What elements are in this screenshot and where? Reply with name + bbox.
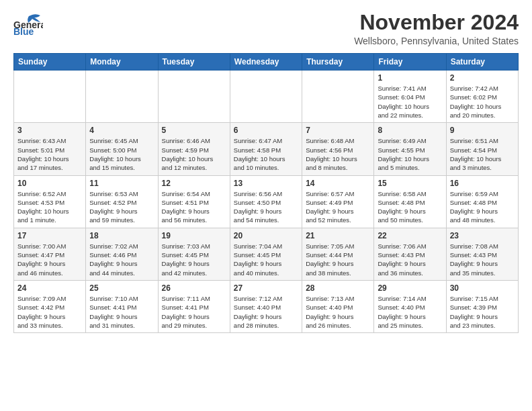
day-number: 10 — [17, 179, 82, 188]
calendar-cell: 17Sunrise: 7:00 AMSunset: 4:47 PMDayligh… — [14, 228, 86, 280]
logo-svg: GeneralBlue — [13, 13, 43, 35]
weekday-header-thursday: Thursday — [302, 54, 374, 71]
calendar-cell: 27Sunrise: 7:12 AMSunset: 4:40 PMDayligh… — [230, 280, 302, 332]
day-number: 17 — [17, 231, 82, 240]
weekday-header-friday: Friday — [374, 54, 446, 71]
day-number: 28 — [306, 283, 370, 293]
day-number: 20 — [234, 231, 298, 240]
day-info: Sunrise: 6:43 AMSunset: 5:01 PMDaylight:… — [17, 136, 82, 172]
day-number: 22 — [378, 231, 442, 240]
calendar-cell: 24Sunrise: 7:09 AMSunset: 4:42 PMDayligh… — [14, 280, 86, 332]
weekday-header-saturday: Saturday — [446, 54, 518, 71]
day-info: Sunrise: 7:08 AMSunset: 4:43 PMDaylight:… — [450, 242, 515, 277]
day-number: 29 — [378, 283, 442, 293]
calendar-cell: 23Sunrise: 7:08 AMSunset: 4:43 PMDayligh… — [446, 228, 518, 280]
day-info: Sunrise: 6:53 AMSunset: 4:52 PMDaylight:… — [89, 189, 154, 225]
day-info: Sunrise: 6:51 AMSunset: 4:54 PMDaylight:… — [450, 136, 515, 172]
weekday-header-sunday: Sunday — [14, 54, 86, 71]
page: GeneralBlue November 2024 Wellsboro, Pen… — [0, 0, 532, 344]
location: Wellsboro, Pennsylvania, United States — [354, 36, 519, 46]
day-number: 15 — [378, 179, 442, 188]
day-number: 4 — [89, 126, 154, 135]
svg-text:Blue: Blue — [13, 26, 34, 35]
day-info: Sunrise: 6:58 AMSunset: 4:48 PMDaylight:… — [378, 189, 442, 225]
calendar-cell: 16Sunrise: 6:59 AMSunset: 4:48 PMDayligh… — [446, 175, 518, 228]
day-number: 21 — [306, 231, 370, 240]
day-number: 16 — [450, 179, 515, 188]
day-number: 23 — [450, 231, 515, 240]
logo: GeneralBlue — [13, 13, 43, 35]
header: GeneralBlue November 2024 Wellsboro, Pen… — [13, 11, 519, 46]
week-row-4: 24Sunrise: 7:09 AMSunset: 4:42 PMDayligh… — [14, 280, 519, 332]
day-number: 12 — [162, 179, 226, 188]
calendar-cell: 29Sunrise: 7:14 AMSunset: 4:40 PMDayligh… — [374, 280, 446, 332]
day-number: 24 — [17, 283, 82, 293]
day-number: 13 — [234, 179, 298, 188]
calendar-cell: 12Sunrise: 6:54 AMSunset: 4:51 PMDayligh… — [158, 175, 230, 228]
calendar-cell: 2Sunrise: 7:42 AMSunset: 6:02 PMDaylight… — [446, 71, 518, 123]
day-info: Sunrise: 6:59 AMSunset: 4:48 PMDaylight:… — [450, 189, 515, 225]
day-number: 30 — [450, 283, 515, 293]
day-number: 2 — [450, 73, 515, 83]
day-info: Sunrise: 7:41 AMSunset: 6:04 PMDaylight:… — [378, 84, 442, 120]
day-number: 6 — [234, 126, 298, 135]
day-number: 19 — [162, 231, 226, 240]
day-info: Sunrise: 6:54 AMSunset: 4:51 PMDaylight:… — [162, 189, 226, 225]
day-info: Sunrise: 7:00 AMSunset: 4:47 PMDaylight:… — [17, 242, 82, 277]
day-number: 14 — [306, 179, 370, 188]
calendar-cell: 6Sunrise: 6:47 AMSunset: 4:58 PMDaylight… — [230, 123, 302, 175]
day-info: Sunrise: 7:12 AMSunset: 4:40 PMDaylight:… — [234, 294, 298, 330]
day-number: 3 — [17, 126, 82, 135]
calendar-cell: 15Sunrise: 6:58 AMSunset: 4:48 PMDayligh… — [374, 175, 446, 228]
day-number: 1 — [378, 73, 442, 83]
calendar-cell: 7Sunrise: 6:48 AMSunset: 4:56 PMDaylight… — [302, 123, 374, 175]
week-row-2: 10Sunrise: 6:52 AMSunset: 4:53 PMDayligh… — [14, 175, 519, 228]
calendar-cell: 22Sunrise: 7:06 AMSunset: 4:43 PMDayligh… — [374, 228, 446, 280]
calendar-cell: 1Sunrise: 7:41 AMSunset: 6:04 PMDaylight… — [374, 71, 446, 123]
week-row-3: 17Sunrise: 7:00 AMSunset: 4:47 PMDayligh… — [14, 228, 519, 280]
day-info: Sunrise: 6:57 AMSunset: 4:49 PMDaylight:… — [306, 189, 370, 225]
weekday-header-wednesday: Wednesday — [230, 54, 302, 71]
day-info: Sunrise: 7:11 AMSunset: 4:41 PMDaylight:… — [162, 294, 226, 330]
day-number: 18 — [89, 231, 154, 240]
day-info: Sunrise: 6:56 AMSunset: 4:50 PMDaylight:… — [234, 189, 298, 225]
calendar-cell: 5Sunrise: 6:46 AMSunset: 4:59 PMDaylight… — [158, 123, 230, 175]
day-info: Sunrise: 7:02 AMSunset: 4:46 PMDaylight:… — [89, 242, 154, 277]
day-number: 8 — [378, 126, 442, 135]
week-row-1: 3Sunrise: 6:43 AMSunset: 5:01 PMDaylight… — [14, 123, 519, 175]
calendar-cell: 14Sunrise: 6:57 AMSunset: 4:49 PMDayligh… — [302, 175, 374, 228]
day-number: 27 — [234, 283, 298, 293]
calendar-cell: 30Sunrise: 7:15 AMSunset: 4:39 PMDayligh… — [446, 280, 518, 332]
title-block: November 2024 Wellsboro, Pennsylvania, U… — [354, 11, 519, 46]
day-info: Sunrise: 6:49 AMSunset: 4:55 PMDaylight:… — [378, 136, 442, 172]
calendar-cell — [14, 71, 86, 123]
calendar-cell: 4Sunrise: 6:45 AMSunset: 5:00 PMDaylight… — [86, 123, 158, 175]
calendar-cell: 20Sunrise: 7:04 AMSunset: 4:45 PMDayligh… — [230, 228, 302, 280]
day-info: Sunrise: 6:52 AMSunset: 4:53 PMDaylight:… — [17, 189, 82, 225]
calendar-table: SundayMondayTuesdayWednesdayThursdayFrid… — [13, 53, 519, 333]
calendar-cell: 18Sunrise: 7:02 AMSunset: 4:46 PMDayligh… — [86, 228, 158, 280]
day-info: Sunrise: 7:13 AMSunset: 4:40 PMDaylight:… — [306, 294, 370, 330]
day-info: Sunrise: 6:48 AMSunset: 4:56 PMDaylight:… — [306, 136, 370, 172]
calendar-cell — [158, 71, 230, 123]
day-info: Sunrise: 7:15 AMSunset: 4:39 PMDaylight:… — [450, 294, 515, 330]
day-number: 11 — [89, 179, 154, 188]
calendar-cell — [86, 71, 158, 123]
day-info: Sunrise: 7:04 AMSunset: 4:45 PMDaylight:… — [234, 242, 298, 277]
day-info: Sunrise: 7:05 AMSunset: 4:44 PMDaylight:… — [306, 242, 370, 277]
calendar-cell — [230, 71, 302, 123]
day-info: Sunrise: 6:45 AMSunset: 5:00 PMDaylight:… — [89, 136, 154, 172]
calendar-cell: 19Sunrise: 7:03 AMSunset: 4:45 PMDayligh… — [158, 228, 230, 280]
weekday-header-row: SundayMondayTuesdayWednesdayThursdayFrid… — [14, 54, 519, 71]
calendar-cell: 10Sunrise: 6:52 AMSunset: 4:53 PMDayligh… — [14, 175, 86, 228]
day-info: Sunrise: 6:46 AMSunset: 4:59 PMDaylight:… — [162, 136, 226, 172]
day-number: 25 — [89, 283, 154, 293]
calendar-cell: 11Sunrise: 6:53 AMSunset: 4:52 PMDayligh… — [86, 175, 158, 228]
day-number: 26 — [162, 283, 226, 293]
calendar-cell: 25Sunrise: 7:10 AMSunset: 4:41 PMDayligh… — [86, 280, 158, 332]
calendar-cell — [302, 71, 374, 123]
day-info: Sunrise: 7:10 AMSunset: 4:41 PMDaylight:… — [89, 294, 154, 330]
day-info: Sunrise: 7:14 AMSunset: 4:40 PMDaylight:… — [378, 294, 442, 330]
calendar-cell: 28Sunrise: 7:13 AMSunset: 4:40 PMDayligh… — [302, 280, 374, 332]
day-number: 9 — [450, 126, 515, 135]
